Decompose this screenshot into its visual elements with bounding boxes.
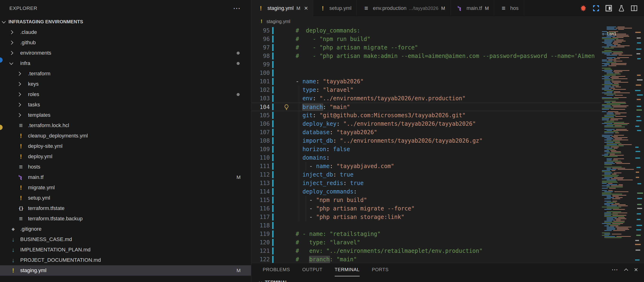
code-line-100[interactable]: 100	[252, 69, 601, 77]
code-line-105[interactable]: 105 git: "git@github.com:Microsomes3/tay…	[252, 111, 601, 120]
code-line-114[interactable]: 114 deploy_commands:	[252, 187, 601, 196]
tree-item-deploy.yml[interactable]: !deploy.yml	[0, 151, 251, 162]
line-number[interactable]: 113	[252, 179, 270, 187]
line-number[interactable]: 112	[252, 170, 270, 179]
tree-item-templates[interactable]: templates	[0, 110, 251, 120]
code-line-107[interactable]: 107 database: "tayyab2026"	[252, 128, 601, 137]
corner-arrows-icon[interactable]	[592, 5, 600, 12]
code-line-98[interactable]: 98# - "php artisan make:admin --email=ai…	[252, 52, 601, 60]
line-number[interactable]: 108	[252, 137, 270, 145]
minimap[interactable]: : lon1	[601, 26, 634, 263]
tree-item-terraform.tfstate[interactable]: {}terraform.tfstate	[0, 203, 251, 213]
lightbulb-icon[interactable]	[284, 104, 290, 112]
tree-item-tasks[interactable]: tasks	[0, 100, 251, 110]
line-number[interactable]: 99	[252, 60, 270, 69]
code-line-116[interactable]: 116 - "php artisan migrate --force"	[252, 204, 601, 213]
code-line-111[interactable]: 111 - name: "tayyabjaved.com"	[252, 162, 601, 170]
code-line-102[interactable]: 102 type: "laravel"	[252, 86, 601, 94]
line-number[interactable]: 120	[252, 238, 270, 247]
code-line-103[interactable]: 103 env: "../environments/tayyab2026/env…	[252, 94, 601, 103]
close-icon[interactable]: ×	[304, 6, 308, 11]
tab-env.production[interactable]: ≡env.production.../tayyab2026M	[357, 0, 450, 17]
tab-setup.yml[interactable]: !setup.yml	[313, 0, 357, 17]
line-number[interactable]: 95	[252, 26, 270, 35]
panel-tab-terminal[interactable]: TERMINAL	[335, 263, 360, 276]
line-number[interactable]: 100	[252, 69, 270, 77]
tree-item-.terraform[interactable]: .terraform	[0, 69, 251, 79]
panel-more-icon[interactable]: ⋯	[612, 267, 618, 272]
tree-item-environments[interactable]: environments	[0, 48, 251, 58]
tree-item-.claude[interactable]: .claude	[0, 27, 251, 38]
line-number[interactable]: 105	[252, 111, 270, 120]
line-number[interactable]: 118	[252, 221, 270, 230]
tree-item-deploy-site.yml[interactable]: !deploy-site.yml	[0, 141, 251, 151]
tree-item-migrate.yml[interactable]: !migrate.yml	[0, 182, 251, 193]
code-line-119[interactable]: 119# - name: "retailstaging"	[252, 230, 601, 238]
line-number[interactable]: 106	[252, 120, 270, 128]
code-line-112[interactable]: 112 inject_db: true	[252, 170, 601, 179]
tree-item-setup.yml[interactable]: !setup.yml	[0, 193, 251, 203]
tree-item-keys[interactable]: keys	[0, 79, 251, 89]
tree-item-main.tf[interactable]: main.tfM	[0, 172, 251, 182]
code-line-97[interactable]: 97# - "php artisan migrate --force"	[252, 43, 601, 52]
tree-item-infra[interactable]: infra	[0, 58, 251, 69]
code-line-96[interactable]: 96# - "npm run build"	[252, 35, 601, 43]
code-line-101[interactable]: 101- name: "tayyab2026"	[252, 77, 601, 86]
code-line-104[interactable]: 104 branch: "main"	[252, 103, 601, 111]
line-number[interactable]: 101	[252, 77, 270, 86]
workspace-section-header[interactable]: INFRASTAGING ENVIRONMENTS	[0, 17, 251, 27]
code-line-117[interactable]: 117 - "php artisan storage:link"	[252, 213, 601, 221]
tree-item-.gitignore[interactable]: ◆.gitignore	[0, 224, 251, 234]
code-line-122[interactable]: 122# branch: "main"	[252, 255, 601, 263]
tab-staging.yml[interactable]: !staging.ymlM×	[252, 0, 313, 17]
line-number[interactable]: 109	[252, 145, 270, 153]
tree-item-PROJECT_DOCUMENTATION.md[interactable]: ↓PROJECT_DOCUMENTATION.md	[0, 255, 251, 265]
line-number[interactable]: 97	[252, 43, 270, 52]
line-number[interactable]: 107	[252, 128, 270, 137]
tab-main.tf[interactable]: main.tfM	[451, 0, 494, 17]
code-line-99[interactable]: 99	[252, 60, 601, 69]
tree-item-staging.yml[interactable]: !staging.ymlM	[0, 265, 251, 276]
code-line-108[interactable]: 108 import_db: "../environments/tayyab20…	[252, 137, 601, 145]
line-number[interactable]: 104	[252, 103, 270, 111]
code-line-109[interactable]: 109 horizon: false	[252, 145, 601, 153]
tab-hos[interactable]: ≡hos	[494, 0, 524, 17]
tree-item-.terraform.lock.hcl[interactable]: ≡.terraform.lock.hcl	[0, 120, 251, 131]
panel-tab-output[interactable]: OUTPUT	[302, 263, 322, 276]
tree-item-terraform.tfstate.backup[interactable]: ≡terraform.tfstate.backup	[0, 213, 251, 224]
flame-icon[interactable]	[580, 5, 587, 12]
beaker-icon[interactable]	[618, 5, 625, 12]
code-line-110[interactable]: 110 domains:	[252, 153, 601, 162]
tree-item-.github[interactable]: .github	[0, 38, 251, 48]
line-number[interactable]: 116	[252, 204, 270, 213]
code-line-121[interactable]: 121# env: "../environments/retailmaeplet…	[252, 247, 601, 255]
close-panel-icon[interactable]: ×	[634, 267, 638, 272]
line-number[interactable]: 103	[252, 94, 270, 103]
terminal-section-header[interactable]: TERMINAL	[252, 280, 644, 282]
line-number[interactable]: 114	[252, 187, 270, 196]
tree-item-roles[interactable]: roles	[0, 89, 251, 100]
line-number[interactable]: 115	[252, 196, 270, 204]
line-number[interactable]: 122	[252, 255, 270, 263]
code-line-115[interactable]: 115 - "npm run build"	[252, 196, 601, 204]
line-number[interactable]: 117	[252, 213, 270, 221]
more-actions-icon[interactable]: ⋯	[233, 6, 241, 11]
line-number[interactable]: 110	[252, 153, 270, 162]
code-line-95[interactable]: 95# deploy_commands:	[252, 26, 601, 35]
tree-item-cleanup_deployments.yml[interactable]: !cleanup_deployments.yml	[0, 131, 251, 141]
line-number[interactable]: 102	[252, 86, 270, 94]
code-line-113[interactable]: 113 inject_redis: true	[252, 179, 601, 187]
split-editor-icon[interactable]	[630, 5, 638, 12]
line-number[interactable]: 119	[252, 230, 270, 238]
tree-item-BUSINESS_CASE.md[interactable]: ↓BUSINESS_CASE.md	[0, 234, 251, 244]
code-line-106[interactable]: 106 deploy_key: "../environments/tayyab2…	[252, 120, 601, 128]
maximize-panel-icon[interactable]	[624, 268, 628, 272]
panel-tab-problems[interactable]: PROBLEMS	[263, 263, 290, 276]
code-line-118[interactable]: 118	[252, 221, 601, 230]
breadcrumb[interactable]: ! staging.yml	[252, 17, 644, 26]
box-icon[interactable]	[605, 5, 612, 12]
line-number[interactable]: 96	[252, 35, 270, 43]
overview-ruler[interactable]	[634, 26, 644, 263]
panel-tab-ports[interactable]: PORTS	[372, 263, 389, 276]
code-editor[interactable]: 95# deploy_commands:96# - "npm run build…	[252, 26, 601, 263]
